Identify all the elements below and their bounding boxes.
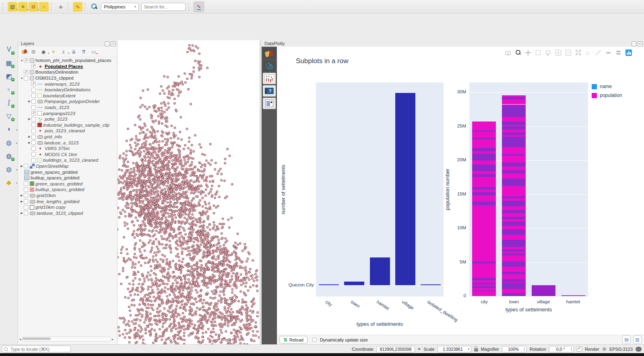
save-plot-image-button[interactable]: ▤ — [622, 335, 631, 344]
add-vector-tile-layer-icon[interactable]: ◍▾ — [4, 164, 14, 174]
locator-search[interactable] — [2, 346, 71, 352]
spinner-arrows-icon[interactable]: ▴▾ — [571, 347, 572, 351]
compare-data-on-hover-icon[interactable] — [615, 49, 622, 56]
crs-value[interactable]: EPSG:3123 — [609, 347, 633, 352]
layer-checkbox[interactable] — [31, 129, 36, 133]
pan-mode-icon[interactable] — [525, 49, 531, 56]
open-layer-styling-icon[interactable] — [21, 49, 27, 54]
add-postgis-layer-icon[interactable]: ◖▾ — [4, 124, 14, 134]
add-group-icon[interactable]: ⊞ — [30, 48, 37, 56]
layer-item[interactable]: industrial_buildings_sample_clip — [19, 122, 115, 128]
panel-close-icon[interactable]: ✕ — [638, 41, 642, 46]
layer-checkbox[interactable] — [24, 70, 28, 74]
layer-checkbox[interactable] — [31, 135, 36, 139]
layer-item[interactable]: ▶grid10km — [19, 193, 115, 199]
add-virtual-layer-icon[interactable]: ▽+ — [4, 111, 14, 121]
panel-float-icon[interactable]: ▫ — [105, 41, 109, 46]
legend-item-population[interactable]: population — [592, 93, 622, 98]
layer-item[interactable]: Populated Places — [19, 64, 115, 70]
layer-item[interactable]: buildings_a_3123_cleaned — [19, 157, 115, 163]
layer-item[interactable]: ▼OSM3123_clipped — [19, 75, 115, 81]
layer-item[interactable]: boundaryExtent — [19, 93, 115, 99]
layer-checkbox[interactable] — [24, 205, 28, 210]
messages-icon[interactable]: ··· — [636, 347, 642, 352]
layer-item[interactable]: VIIRS 375m — [19, 146, 115, 152]
layer-checkbox[interactable] — [31, 99, 36, 104]
layer-item[interactable]: BoundaryDelineation — [19, 69, 115, 75]
layer-checkbox[interactable] — [31, 117, 36, 121]
layer-item[interactable]: ▶OpenStreetMap — [19, 163, 115, 169]
lock-scale-icon[interactable] — [474, 348, 478, 352]
layer-item[interactable]: waterways_3123 — [19, 81, 115, 87]
select-features-icon[interactable]: ▧▾ — [8, 2, 17, 12]
layer-item[interactable]: ▶grid_info — [19, 134, 115, 140]
layer-checkbox[interactable] — [24, 193, 28, 198]
layer-checkbox[interactable] — [31, 82, 36, 86]
legend-item-name[interactable]: name — [592, 84, 612, 89]
expand-arrow-icon[interactable]: ▶ — [27, 117, 31, 121]
layer-item[interactable]: ▼hotosm_phl_north_populated_places — [19, 58, 115, 64]
panel-close-icon[interactable]: ✕ — [111, 41, 116, 46]
add-wms-layer-icon[interactable]: ◍▾ — [4, 137, 14, 148]
layer-checkbox[interactable] — [24, 76, 28, 80]
reload-button[interactable]: ⇅ Reload — [279, 336, 308, 344]
add-vector-layer-icon[interactable]: V+ — [4, 44, 14, 55]
select-by-location-icon[interactable]: ◦ — [39, 2, 49, 12]
layer-checkbox[interactable] — [31, 123, 36, 127]
zoom-out-icon[interactable] — [565, 49, 572, 56]
layer-item[interactable]: boundaryDelimitations — [19, 87, 115, 93]
road-graph-plugin-icon[interactable]: ∿ — [73, 2, 83, 12]
layer-item[interactable]: ▶Pampanga_polygonDivider — [19, 99, 115, 105]
add-delimited-text-layer-icon[interactable]: 9,+ — [4, 84, 14, 95]
right-bar-town[interactable] — [502, 95, 526, 296]
right-bar-village[interactable] — [532, 285, 555, 296]
lasso-select-icon[interactable] — [545, 49, 551, 56]
locator-input[interactable] — [10, 346, 68, 352]
box-select-icon[interactable] — [535, 49, 541, 56]
toggle-spike-lines-icon[interactable] — [595, 49, 602, 56]
locator-filter-combo[interactable]: Philippines▾ — [101, 3, 139, 11]
left-bar-village[interactable] — [395, 93, 415, 285]
rotation-spinbox[interactable] — [551, 346, 570, 352]
layer-item[interactable]: ▶pofw_3123 — [19, 116, 115, 122]
left-bar-hamlet[interactable] — [370, 257, 390, 285]
layer-checkbox[interactable] — [24, 58, 28, 63]
add-mesh-layer-icon[interactable]: ◩+ — [4, 71, 14, 81]
feature-search-input[interactable] — [141, 3, 186, 11]
left-bar-isolated_dwelling[interactable] — [421, 284, 441, 285]
layer-item[interactable]: roads_3123 — [19, 105, 115, 111]
layer-checkbox[interactable] — [31, 152, 36, 156]
map-canvas[interactable] — [118, 40, 260, 344]
add-wcs-layer-icon[interactable]: ◍+ — [4, 150, 14, 161]
zoom-mode-icon[interactable] — [515, 49, 521, 56]
layer-item[interactable]: pampanga3123 — [19, 110, 115, 116]
export-plot-button[interactable]: ▥ — [633, 335, 642, 344]
autoscale-icon[interactable] — [575, 49, 582, 56]
layer-item[interactable]: ▶landuse_a_3123 — [19, 140, 115, 146]
panel-float-icon[interactable]: ▫ — [632, 41, 636, 46]
layer-checkbox[interactable] — [24, 211, 28, 215]
layers-horizontal-scrollbar[interactable]: ◂ ▸ — [19, 337, 114, 342]
locator-search-icon[interactable] — [90, 2, 99, 12]
expand-arrow-icon[interactable]: ▼ — [20, 77, 24, 80]
layer-item[interactable]: builtup_spaces_gridded — [19, 187, 115, 193]
plotly-logo[interactable] — [625, 49, 632, 56]
expand-arrow-icon[interactable]: ▶ — [27, 135, 31, 138]
filter-legend-icon[interactable]: ▼ — [50, 48, 57, 56]
layer-checkbox[interactable] — [31, 64, 36, 68]
layer-item[interactable]: ▶landuse_3123_clipped — [19, 210, 115, 216]
expand-arrow-icon[interactable]: ▶ — [20, 212, 24, 215]
plot-code-tab[interactable] — [263, 98, 276, 109]
scroll-left-icon[interactable]: ◂ — [19, 337, 21, 341]
layer-item[interactable]: green_spaces_gridded — [19, 181, 115, 187]
layer-item[interactable]: grid10km copy — [19, 204, 115, 210]
layer-checkbox[interactable] — [31, 111, 36, 115]
add-geopackage-layer-icon[interactable]: ◆▾ — [4, 177, 14, 187]
render-checkbox[interactable] — [577, 346, 582, 352]
expand-arrow-icon[interactable]: ▼ — [20, 59, 24, 62]
layer-checkbox[interactable] — [24, 187, 28, 192]
magnifier-spinbox[interactable] — [504, 346, 523, 352]
right-bar-city[interactable] — [472, 121, 496, 296]
layer-checkbox[interactable] — [24, 181, 28, 186]
left-bar-city[interactable] — [319, 284, 339, 285]
